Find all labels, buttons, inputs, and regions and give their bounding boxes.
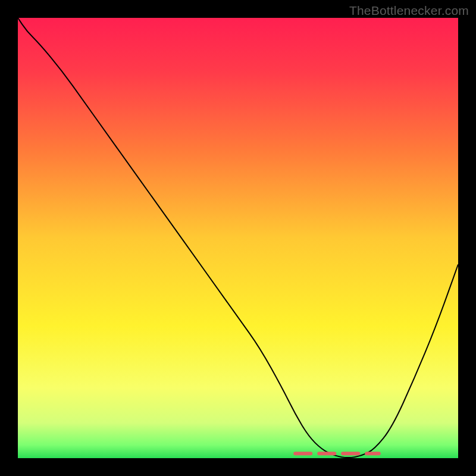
curve-overlay <box>18 18 458 458</box>
watermark-text: TheBottlenecker.com <box>349 4 469 18</box>
bottleneck-curve <box>18 18 458 458</box>
chart-container <box>18 18 458 458</box>
